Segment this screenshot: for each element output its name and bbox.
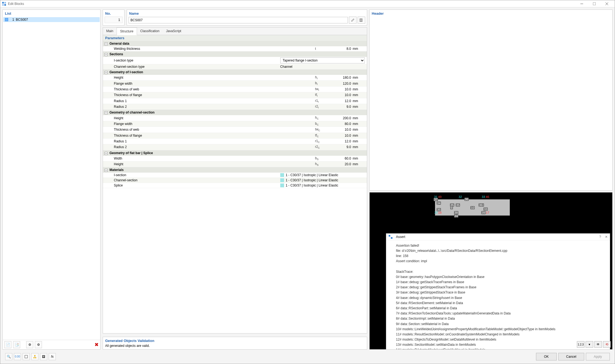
param-value[interactable]: 9.0 — [328, 145, 353, 149]
minimize-button[interactable] — [576, 1, 588, 7]
param-symbol: hC — [315, 116, 328, 120]
param-group-label: Materials — [109, 168, 124, 172]
assert-icon — [388, 235, 393, 239]
param-value[interactable]: 10.0 — [328, 128, 353, 131]
param-value[interactable]: 200.0 — [328, 116, 353, 120]
param-unit: mm — [353, 99, 365, 103]
tab-structure[interactable]: Structure — [117, 27, 137, 35]
param-value[interactable]: 10.0 — [328, 134, 353, 137]
image-button[interactable]: 🖼 — [40, 353, 47, 360]
collapse-icon[interactable] — [105, 53, 108, 56]
tab-javascript[interactable]: JavaScript — [163, 27, 184, 35]
param-group[interactable]: Geometry of channel-section — [103, 110, 367, 115]
tab-classification[interactable]: Classification — [137, 27, 163, 35]
param-select[interactable]: Tapered flange I-section — [280, 57, 365, 63]
collapse-icon[interactable] — [105, 152, 108, 155]
box-button[interactable] — [23, 353, 30, 360]
param-value[interactable]: 12.0 — [328, 99, 353, 103]
param-group[interactable]: Sections — [103, 51, 367, 57]
node-label: 37 — [434, 198, 438, 201]
material-swatch — [280, 178, 284, 182]
param-symbol: tfC — [315, 133, 328, 138]
no-panel: No. 1 — [103, 10, 124, 26]
param-group[interactable]: Materials — [103, 167, 367, 173]
param-group[interactable]: General data — [103, 41, 367, 46]
cancel-button[interactable]: Cancel — [558, 353, 584, 360]
decimals-button[interactable]: 0.00 — [14, 353, 21, 360]
ok-button[interactable]: OK — [536, 353, 556, 360]
param-value[interactable]: 60.0 — [328, 157, 353, 160]
collapse-icon[interactable] — [105, 169, 108, 172]
visibility-button[interactable]: 👁 — [594, 341, 602, 348]
settings-button-2[interactable]: ⚙ — [35, 341, 42, 348]
param-label: Channel-section — [114, 178, 280, 182]
dialog-close-button[interactable]: ✕ — [605, 235, 608, 239]
name-input[interactable] — [129, 17, 348, 23]
chevron-down-icon[interactable]: ▾ — [586, 341, 593, 348]
param-label: Flange width — [114, 122, 315, 126]
copy-block-button[interactable]: 📑 — [13, 341, 20, 348]
param-unit: mm — [353, 47, 365, 51]
param-value[interactable]: 10.0 — [328, 93, 353, 97]
stacktrace-line: 14# models::DAdapterModel::setDataMultil… — [396, 347, 600, 350]
new-block-button[interactable]: 📄 — [4, 341, 11, 348]
param-value[interactable]: 120.0 — [328, 82, 353, 85]
reset-view-button[interactable]: ⟲ — [603, 341, 611, 348]
name-header: Name — [127, 10, 367, 17]
param-unit: mm — [353, 116, 365, 120]
edit-blocks-window: Edit Blocks List 1 BCS007 📄 — [0, 0, 615, 364]
param-label: Radius 2 — [114, 105, 315, 109]
assert-dialog: Assert ? ✕ Assertion failed!file: d:\r20… — [386, 233, 610, 350]
parameters-title: Parameters — [103, 35, 367, 41]
head-row: No. 1 Name — [103, 10, 367, 26]
param-value[interactable]: 8.0 — [328, 47, 353, 51]
no-value[interactable]: 1 — [105, 17, 123, 23]
param-symbol: bC — [315, 122, 328, 126]
collapse-icon[interactable] — [105, 111, 108, 114]
client-area: List 1 BCS007 📄 📑 ⚙ ⚙ ✖ — [0, 7, 615, 364]
numbering-button[interactable]: 1.2.3 — [577, 341, 584, 348]
material-value[interactable]: 1 - C30/37 | Isotropic | Linear Elastic — [286, 178, 338, 182]
stacktrace-line: 0# base::geometry::hasPolygonClockwiseOr… — [396, 274, 600, 280]
node-label: 17 — [485, 211, 490, 214]
hierarchy-button[interactable] — [31, 353, 38, 360]
list-item[interactable]: 1 BCS007 — [3, 17, 100, 22]
node-label: 38 — [454, 211, 458, 214]
viewport[interactable]: 3149323346373634359353810363335371838343… — [369, 192, 613, 350]
stacktrace-line: Assertion failed! — [396, 243, 600, 248]
param-value[interactable]: 10.0 — [328, 87, 353, 91]
param-value[interactable]: 9.0 — [328, 105, 353, 109]
param-value[interactable]: 12.0 — [328, 139, 353, 143]
param-value[interactable]: 80.0 — [328, 122, 353, 126]
maximize-button[interactable] — [588, 1, 601, 7]
close-button[interactable] — [601, 1, 613, 7]
param-unit: mm — [353, 139, 365, 143]
material-value[interactable]: 1 - C30/37 | Isotropic | Linear Elastic — [286, 173, 338, 177]
rename-button[interactable] — [349, 17, 357, 24]
param-row: I-section1 - C30/37 | Isotropic | Linear… — [103, 173, 367, 178]
settings-button-1[interactable]: ⚙ — [26, 341, 33, 348]
stacktrace-line: 5# data::RSectionElement::setMaterial in… — [396, 301, 600, 306]
param-group[interactable]: Geometry of I-section — [103, 69, 367, 75]
material-value[interactable]: 1 - C30/37 | Isotropic | Linear Elastic — [286, 183, 338, 187]
param-symbol: hS — [315, 162, 328, 166]
search-button[interactable]: 🔍 — [5, 353, 12, 360]
stacktrace-line: 4# base::debug::dynamicStringAssert in B… — [396, 295, 600, 301]
param-text[interactable]: Channel — [280, 65, 365, 69]
node-label: 36 — [479, 203, 483, 207]
library-button[interactable] — [358, 17, 365, 24]
param-value[interactable]: 180.0 — [328, 76, 353, 79]
collapse-icon[interactable] — [105, 71, 108, 74]
properties-scroll[interactable]: ParametersGeneral dataWelding thicknesst… — [103, 35, 367, 333]
dialog-help-button[interactable]: ? — [599, 235, 601, 239]
window-title: Edit Blocks — [8, 2, 24, 6]
material-swatch — [280, 183, 284, 187]
function-button[interactable]: fx — [49, 353, 56, 360]
param-group[interactable]: Geometry of flat bar | Splice — [103, 150, 367, 156]
delete-button[interactable]: ✖ — [95, 342, 99, 348]
param-label: Channel-section type — [114, 65, 280, 69]
param-value[interactable]: 20.0 — [328, 162, 353, 166]
tab-main[interactable]: Main — [103, 27, 117, 35]
collapse-icon[interactable] — [105, 42, 108, 45]
stacktrace-line: 2# base::debug::getStrippedStackTraceFra… — [396, 285, 600, 290]
